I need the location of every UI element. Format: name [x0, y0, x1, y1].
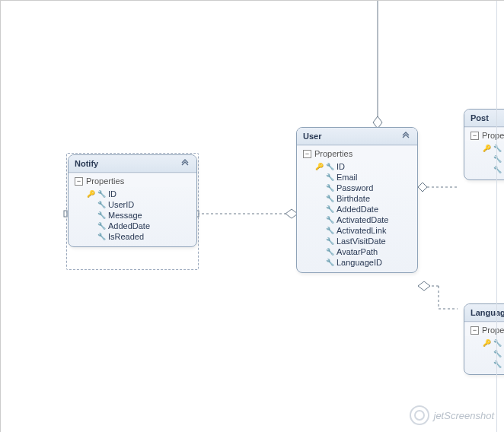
property-row[interactable]: 🔧IsReaded	[72, 231, 193, 242]
entity-post-title: Post	[471, 113, 489, 122]
property-row[interactable]: 🔧UserID	[72, 199, 193, 210]
wrench-icon: 🔧	[493, 155, 501, 163]
property-row[interactable]: 🔑🔧ID	[300, 161, 414, 172]
entity-language-header[interactable]: Language	[464, 304, 504, 322]
entity-language-properties-header[interactable]: − Propert	[464, 322, 504, 336]
wrench-icon: 🔧	[326, 173, 333, 181]
watermark: jetScreenshot	[410, 405, 495, 425]
property-row[interactable]: 🔧A	[467, 164, 504, 175]
wrench-icon: 🔧	[326, 237, 333, 245]
collapse-minus-icon[interactable]: −	[75, 177, 83, 186]
wrench-icon: 🔧	[493, 166, 501, 173]
property-label: Email	[337, 173, 358, 182]
entity-notify-header[interactable]: Notify	[69, 155, 196, 173]
property-row[interactable]: 🔧Message	[72, 210, 193, 221]
wrench-icon: 🔧	[97, 190, 105, 198]
wrench-icon: 🔧	[493, 339, 501, 347]
canvas-edge-line	[496, 1, 497, 432]
property-row[interactable]: 🔑🔧I	[467, 338, 504, 348]
collapse-minus-icon[interactable]: −	[471, 132, 479, 140]
property-row[interactable]: 🔧AddedDate	[72, 221, 193, 231]
wrench-icon: 🔧	[326, 259, 333, 266]
property-row[interactable]: 🔧Birthdate	[300, 193, 414, 204]
wrench-icon: 🔧	[326, 248, 333, 256]
property-row[interactable]: 🔧LastVisitDate	[300, 236, 414, 246]
entity-post-properties-list: 🔑🔧I🔧U🔧A	[464, 141, 504, 179]
entity-language[interactable]: Language − Propert 🔑🔧I🔧C🔧N	[464, 303, 504, 375]
wrench-icon: 🔧	[326, 184, 333, 192]
property-row[interactable]: 🔧ActivatedLink	[300, 225, 414, 236]
watermark-swirl-icon	[410, 405, 429, 425]
entity-user-properties-header[interactable]: − Properties	[297, 145, 417, 160]
entity-user-title: User	[303, 132, 321, 141]
collapse-minus-icon[interactable]: −	[471, 326, 479, 335]
property-row[interactable]: 🔑🔧ID	[72, 189, 193, 199]
entity-user-properties-list: 🔑🔧ID🔧Email🔧Password🔧Birthdate🔧AddedDate🔧…	[297, 160, 417, 272]
svg-marker-12	[418, 281, 430, 291]
property-label: AddedDate	[108, 221, 150, 230]
entity-language-title: Language	[471, 308, 504, 317]
property-label: LanguageID	[337, 258, 382, 267]
entity-language-properties-list: 🔑🔧I🔧C🔧N	[464, 336, 504, 374]
property-row[interactable]: 🔧Password	[300, 183, 414, 193]
wrench-icon: 🔧	[97, 201, 105, 208]
property-row[interactable]: 🔧U	[467, 154, 504, 164]
wrench-icon: 🔧	[326, 216, 333, 224]
property-label: ID	[108, 189, 116, 199]
entity-notify-properties-list: 🔑🔧ID🔧UserID🔧Message🔧AddedDate🔧IsReaded	[69, 187, 196, 246]
property-label: Password	[337, 183, 373, 192]
key-icon: 🔑	[87, 190, 94, 198]
key-icon: 🔑	[315, 163, 323, 170]
properties-label: Propert	[482, 131, 504, 140]
wrench-icon: 🔧	[326, 227, 333, 234]
property-label: AvatarPath	[337, 247, 378, 256]
property-label: Birthdate	[337, 194, 370, 203]
key-icon: 🔑	[483, 145, 490, 152]
chevron-up-icon[interactable]	[400, 131, 411, 141]
wrench-icon: 🔧	[326, 163, 333, 170]
wrench-icon: 🔧	[97, 222, 105, 230]
entity-post-header[interactable]: Post	[464, 110, 504, 127]
property-row[interactable]: 🔧LanguageID	[300, 257, 414, 268]
wrench-icon: 🔧	[493, 350, 501, 357]
entity-notify[interactable]: Notify − Properties 🔑🔧ID🔧UserID🔧Message🔧…	[68, 154, 197, 247]
watermark-text: jetScreenshot	[434, 410, 495, 421]
property-row[interactable]: 🔧C	[467, 348, 504, 359]
entity-post[interactable]: Post − Propert 🔑🔧I🔧U🔧A	[464, 109, 504, 180]
property-label: LastVisitDate	[337, 237, 386, 246]
properties-label: Propert	[482, 326, 504, 335]
wrench-icon: 🔧	[97, 211, 105, 219]
properties-label: Properties	[314, 149, 352, 158]
property-label: IsReaded	[108, 232, 144, 241]
property-row[interactable]: 🔑🔧I	[467, 143, 504, 154]
entity-notify-properties-header[interactable]: − Properties	[69, 173, 196, 187]
wrench-icon: 🔧	[493, 361, 501, 368]
property-label: UserID	[108, 200, 134, 209]
wrench-icon: 🔧	[97, 233, 105, 240]
property-row[interactable]: 🔧N	[467, 359, 504, 370]
property-row[interactable]: 🔧Email	[300, 172, 414, 183]
wrench-icon: 🔧	[493, 145, 501, 152]
property-label: AddedDate	[337, 205, 378, 214]
chevron-up-icon[interactable]	[180, 158, 190, 169]
property-row[interactable]: 🔧AvatarPath	[300, 246, 414, 257]
property-label: ActivatedLink	[337, 226, 386, 235]
property-row[interactable]: 🔧ActivatedDate	[300, 214, 414, 225]
entity-user-header[interactable]: User	[297, 128, 417, 145]
properties-label: Properties	[86, 176, 124, 186]
entity-post-properties-header[interactable]: − Propert	[464, 127, 504, 141]
property-label: Message	[108, 211, 142, 220]
property-label: ID	[337, 162, 345, 171]
entity-notify-title: Notify	[75, 159, 98, 168]
key-icon: 🔑	[483, 339, 490, 347]
property-label: ActivatedDate	[337, 215, 388, 224]
property-row[interactable]: 🔧AddedDate	[300, 204, 414, 214]
wrench-icon: 🔧	[326, 195, 333, 202]
svg-marker-8	[418, 183, 427, 192]
entity-user[interactable]: User − Properties 🔑🔧ID🔧Email🔧Password🔧Bi…	[296, 127, 418, 273]
wrench-icon: 🔧	[326, 205, 333, 213]
collapse-minus-icon[interactable]: −	[303, 150, 311, 158]
